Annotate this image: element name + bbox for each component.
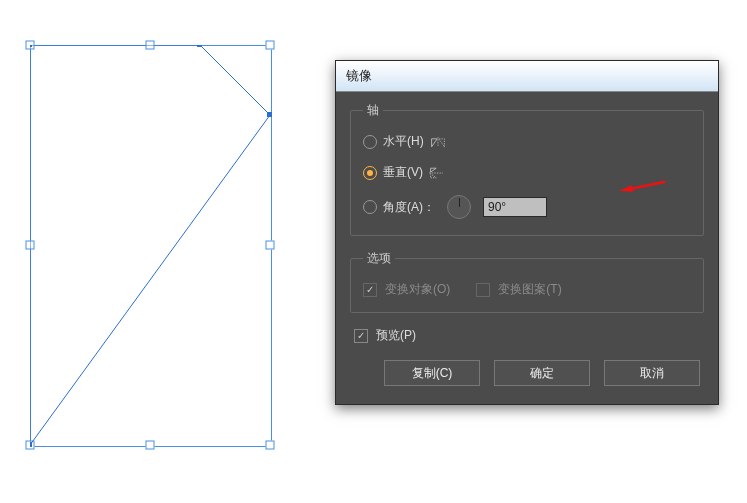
reflect-dialog: 镜像 轴 水平(H) 垂直(V) [335,60,719,405]
canvas-area[interactable] [20,40,290,470]
svg-rect-3 [30,442,32,447]
dialog-titlebar[interactable]: 镜像 [336,61,718,92]
cancel-button[interactable]: 取消 [604,360,700,386]
vector-shape[interactable] [30,45,280,455]
checkbox-icon [354,329,368,343]
preview-label: 预览(P) [376,327,416,344]
svg-line-6 [629,182,666,190]
axis-horizontal-row[interactable]: 水平(H) [363,133,691,150]
dialog-button-row: 复制(C) 确定 取消 [350,360,704,390]
angle-input[interactable]: 90° [483,197,547,217]
radio-icon [363,200,377,214]
svg-rect-2 [267,112,272,117]
axis-legend: 轴 [363,102,383,119]
checkbox-icon [363,283,377,297]
ok-button[interactable]: 确定 [494,360,590,386]
svg-marker-7 [619,185,634,192]
axis-vertical-row[interactable]: 垂直(V) [363,164,691,181]
copy-button[interactable]: 复制(C) [384,360,480,386]
svg-rect-1 [197,45,202,47]
axis-group: 轴 水平(H) 垂直(V) [350,102,704,236]
annotation-arrow-icon [617,179,667,193]
dialog-body: 轴 水平(H) 垂直(V) [336,92,718,404]
axis-angle-label: 角度(A)： [383,199,435,216]
preview-row[interactable]: 预览(P) [354,327,704,344]
transform-patterns-label: 变换图案(T) [498,281,561,298]
transform-objects-label: 变换对象(O) [385,281,450,298]
radio-icon [363,135,377,149]
dialog-title: 镜像 [346,68,372,83]
axis-horizontal-label: 水平(H) [383,133,424,150]
flip-vertical-icon [429,166,445,180]
radio-icon [363,166,377,180]
axis-vertical-label: 垂直(V) [383,164,423,181]
options-legend: 选项 [363,250,395,267]
options-group: 选项 变换对象(O) 变换图案(T) [350,250,704,313]
axis-angle-row[interactable]: 角度(A)： 90° [363,195,691,219]
svg-rect-0 [30,45,32,47]
angle-dial-icon[interactable] [447,195,471,219]
checkbox-icon [476,283,490,297]
options-row: 变换对象(O) 变换图案(T) [363,281,691,298]
flip-horizontal-icon [430,135,446,149]
